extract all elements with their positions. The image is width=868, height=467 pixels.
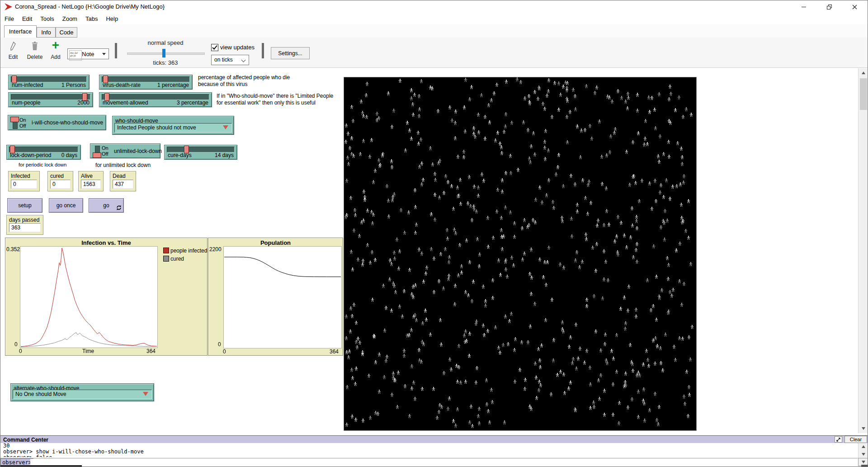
settings-button[interactable]: Settings... xyxy=(271,47,310,59)
switch-name: unlimited-lock-down xyxy=(114,148,162,154)
setup-button[interactable]: setup xyxy=(7,198,42,213)
close-icon xyxy=(852,5,857,10)
command-center-output[interactable]: 30 observer> show i-will-chose-who-shoul… xyxy=(0,443,858,457)
x-axis-min-label: 0 xyxy=(223,348,226,355)
menu-zoom[interactable]: Zoom xyxy=(58,15,81,22)
output-scroll-up[interactable] xyxy=(859,443,868,450)
slider-cure-days[interactable]: cure-days14 days xyxy=(164,145,237,160)
view-updates-label: view updates xyxy=(220,44,255,51)
chooser-arrow-icon xyxy=(143,392,148,396)
slider-value: 0 days xyxy=(61,152,77,158)
clear-button-label: Clear xyxy=(850,437,862,442)
switch-unlimited-lock-down[interactable]: On Off unlimited-lock-down xyxy=(90,143,160,158)
netlogo-logo-icon xyxy=(4,3,13,11)
minimize-button[interactable] xyxy=(793,0,814,13)
menu-tabs[interactable]: Tabs xyxy=(81,15,102,22)
menu-tools[interactable]: Tools xyxy=(36,15,58,22)
x-axis-max-label: 364 xyxy=(146,348,156,354)
output-scrollbar[interactable] xyxy=(858,443,868,458)
output-line: observer> show i-will-chose-who-should-m… xyxy=(3,449,858,455)
slider-num-infected[interactable]: num-infected1 Persons xyxy=(8,75,90,90)
slider-num-people[interactable]: num-people2000 xyxy=(8,92,93,107)
speed-slider-handle[interactable] xyxy=(162,49,165,57)
chevron-down-icon xyxy=(241,58,246,62)
slider-virus-death-rate[interactable]: virus-death-rate1 percentage xyxy=(99,75,193,90)
monitor-alive: Alive1563 xyxy=(78,171,104,191)
slider-value: 2000 xyxy=(77,100,90,106)
tab-info[interactable]: Info xyxy=(37,27,56,38)
tab-strip: Interface Info Code xyxy=(0,24,868,38)
command-input-row: observer> xyxy=(0,458,858,467)
scroll-up-icon xyxy=(862,445,865,448)
title-bar: Corona_Spread - NetLogo {H:\Google Drive… xyxy=(0,0,868,13)
widget-type-value: Note xyxy=(82,51,94,57)
menu-help[interactable]: Help xyxy=(102,15,122,22)
y-axis-max-label: 2200 xyxy=(209,246,222,253)
view-updates-checkbox[interactable] xyxy=(211,44,218,51)
clear-button[interactable]: Clear xyxy=(844,436,867,443)
restore-button[interactable] xyxy=(819,0,840,13)
delete-tool-label: Delete xyxy=(24,54,46,60)
chooser-value-text: Infected People should not move xyxy=(117,124,196,131)
slider-name: num-people xyxy=(12,100,40,106)
slider-name: movement-allowed xyxy=(103,100,148,106)
go-button-label: go xyxy=(103,202,109,209)
tab-code[interactable]: Code xyxy=(56,27,77,38)
x-axis-max-label: 364 xyxy=(330,348,339,355)
slider-movement-allowed[interactable]: movement-allowed3 percentage xyxy=(99,92,212,107)
dropdown-arrow-icon xyxy=(102,53,106,55)
switch-knob[interactable] xyxy=(93,152,101,158)
add-tool-label: Add xyxy=(47,54,65,60)
command-input[interactable] xyxy=(30,459,855,467)
switch-knob[interactable] xyxy=(10,117,19,122)
pencil-icon xyxy=(9,41,17,51)
world-view[interactable] xyxy=(344,77,697,431)
update-mode-dropdown[interactable]: on ticks xyxy=(211,55,249,65)
expand-icon xyxy=(836,438,840,442)
slider-name: virus-death-rate xyxy=(103,82,141,88)
switch-off-label: Off xyxy=(102,152,108,157)
slider-value: 3 percentage xyxy=(177,100,208,106)
y-axis-min-label: 0 xyxy=(14,341,18,348)
scroll-down-button[interactable] xyxy=(859,424,868,433)
main-scrollbar[interactable] xyxy=(858,68,868,433)
chooser-value[interactable]: Infected People should not move xyxy=(114,123,232,133)
scroll-up-icon xyxy=(862,71,865,74)
monitor-value: 363 xyxy=(9,223,41,232)
speed-slider-label: normal speed xyxy=(132,39,199,46)
tab-interface[interactable]: Interface xyxy=(4,25,37,38)
note-death-rate: percentage of affected people who diebec… xyxy=(198,74,290,88)
switch-i-will-chose-who-should-move[interactable]: On Off i-will-chose-who-should-move xyxy=(8,115,106,130)
menu-file[interactable]: File xyxy=(0,15,18,22)
chooser-value-text: No One should Move xyxy=(15,391,66,397)
scroll-up-button[interactable] xyxy=(859,69,868,77)
plot-canvas xyxy=(223,246,342,348)
monitor-infected: Infected0 xyxy=(8,171,40,191)
slider-name: lock-down-period xyxy=(10,152,51,158)
chooser-alternate-who-should-move[interactable]: alternate-who-should-move No One should … xyxy=(10,383,154,401)
widget-type-dropdown[interactable]: Abc def ghi jkl Note xyxy=(67,48,109,59)
legend-swatch-infected xyxy=(163,248,169,253)
close-button[interactable] xyxy=(844,0,865,13)
toolbar-separator-2 xyxy=(262,43,264,58)
scrollbar-thumb[interactable] xyxy=(860,78,867,110)
update-mode-value: on ticks xyxy=(214,57,233,63)
delete-tool-button[interactable] xyxy=(28,41,41,52)
chooser-value[interactable]: No One should Move xyxy=(13,390,152,399)
add-widget-button[interactable]: + xyxy=(49,38,62,52)
scroll-down-icon xyxy=(862,453,865,456)
monitor-value: 0 xyxy=(50,180,71,189)
slider-value: 14 days xyxy=(215,152,234,158)
window-title: Corona_Spread - NetLogo {H:\Google Drive… xyxy=(15,3,165,10)
edit-tool-button[interactable] xyxy=(7,41,19,52)
command-center-expand-button[interactable] xyxy=(835,436,842,443)
monitor-cured: cured0 xyxy=(47,171,73,191)
plot-infection-vs-time: Infection vs. Time 0.352 0 0 Time 364 pe… xyxy=(5,238,208,356)
output-scroll-down[interactable] xyxy=(859,451,868,458)
speed-slider-track[interactable] xyxy=(127,52,205,55)
go-once-button[interactable]: go once xyxy=(49,198,83,213)
go-button[interactable]: go xyxy=(89,198,124,213)
menu-edit[interactable]: Edit xyxy=(18,15,36,22)
chooser-who-should-move[interactable]: who-should-move Infected People should n… xyxy=(112,116,234,135)
slider-lock-down-period[interactable]: lock-down-period0 days xyxy=(6,145,81,160)
